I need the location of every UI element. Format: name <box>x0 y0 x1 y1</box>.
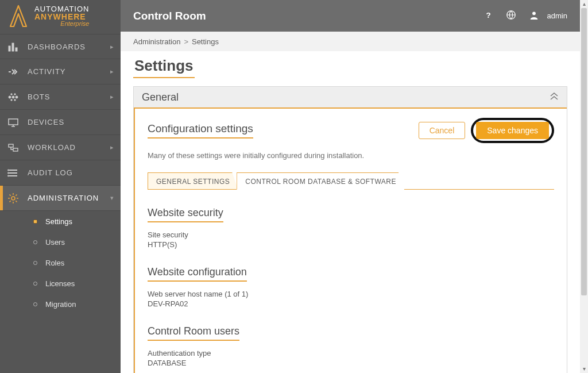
user-icon[interactable] <box>529 10 539 22</box>
svg-point-4 <box>12 96 14 98</box>
sidebar-item-label: BOTS <box>28 93 110 101</box>
svg-point-7 <box>14 93 16 94</box>
breadcrumb-admin[interactable]: Administration <box>133 37 180 46</box>
breadcrumb-separator: > <box>184 37 188 46</box>
sidebar-item-label: ADMINISTRATION <box>28 194 110 202</box>
subnav-licenses[interactable]: Licenses <box>0 273 121 294</box>
svg-point-9 <box>14 99 16 100</box>
topbar: Control Room ? admin <box>121 0 580 32</box>
subnav-label: Roles <box>45 259 64 267</box>
scroll-up-icon[interactable]: ▴ <box>580 0 588 8</box>
devices-icon <box>7 116 20 129</box>
collapse-icon[interactable] <box>550 91 559 103</box>
sidebar-item-bots[interactable]: BOTS ▸ <box>0 84 121 110</box>
chevron-right-icon: ▸ <box>110 43 114 51</box>
config-helper-text: Many of these settings were initially co… <box>148 151 554 160</box>
bots-icon <box>7 91 20 103</box>
subnav-settings[interactable]: Settings <box>0 211 121 232</box>
gear-icon <box>7 192 20 205</box>
svg-rect-0 <box>9 46 10 51</box>
config-title: Configuration settings <box>148 122 253 139</box>
field-value: DATABASE <box>148 359 554 367</box>
subnav-users[interactable]: Users <box>0 232 121 252</box>
sidebar: AUTOMATION ANYWHERE Enterprise DASHBOARD… <box>0 0 121 373</box>
svg-point-15 <box>8 175 9 176</box>
panel-title: General <box>142 91 550 103</box>
tab-general-settings[interactable]: GENERAL SETTINGS <box>148 172 238 189</box>
sidebar-item-label: DASHBOARDS <box>28 43 110 51</box>
help-icon[interactable]: ? <box>483 10 493 22</box>
brand-mark-icon <box>6 3 31 28</box>
admin-subnav: Settings Users Roles Licenses Migration <box>0 211 121 314</box>
sidebar-item-label: AUDIT LOG <box>28 168 114 177</box>
svg-point-16 <box>11 197 15 200</box>
svg-point-8 <box>11 99 12 100</box>
subnav-roles[interactable]: Roles <box>0 252 121 273</box>
bullet-icon <box>33 240 37 244</box>
subnav-migration[interactable]: Migration <box>0 294 121 314</box>
svg-text:?: ? <box>486 10 490 19</box>
dashboard-icon <box>7 40 20 53</box>
svg-point-6 <box>11 93 12 94</box>
topbar-title: Control Room <box>133 10 470 22</box>
website-configuration-section: Website configuration Web server host na… <box>148 266 554 308</box>
config-tabs: GENERAL SETTINGS CONTROL ROOM DATABASE &… <box>148 172 554 190</box>
scroll-down-icon[interactable]: ▾ <box>580 365 588 373</box>
sidebar-item-dashboards[interactable]: DASHBOARDS ▸ <box>0 34 121 59</box>
svg-point-19 <box>532 11 536 15</box>
sidebar-item-devices[interactable]: DEVICES <box>0 110 121 135</box>
sidebar-nav: DASHBOARDS ▸ ACTIVITY ▸ BOTS ▸ DEVICES W… <box>0 34 121 211</box>
cancel-button[interactable]: Cancel <box>419 122 466 139</box>
sidebar-item-workload[interactable]: WORKLOAD ▸ <box>0 135 121 160</box>
breadcrumb: Administration > Settings <box>121 32 580 51</box>
website-security-section: Website security Site security HTTP(S) <box>148 207 554 249</box>
brand-line3: Enterprise <box>34 20 89 27</box>
field-label: Authentication type <box>148 349 554 357</box>
field-label: Web server host name (1 of 1) <box>148 290 554 298</box>
section-title: Website security <box>148 207 223 222</box>
svg-rect-2 <box>16 48 17 51</box>
svg-point-14 <box>8 172 9 174</box>
panel-header[interactable]: General <box>134 87 567 109</box>
general-panel: General Configuration settings Cancel Sa… <box>133 86 567 373</box>
chevron-right-icon: ▸ <box>110 93 114 101</box>
window-scrollbar[interactable]: ▴ ▾ <box>580 0 588 373</box>
sidebar-item-label: WORKLOAD <box>28 143 110 152</box>
bullet-icon <box>33 261 37 265</box>
sidebar-item-label: ACTIVITY <box>28 67 110 76</box>
chevron-down-icon: ▾ <box>110 194 114 202</box>
chevron-right-icon: ▸ <box>110 144 114 151</box>
panel-body: Configuration settings Cancel Save chang… <box>134 109 567 373</box>
field-label: Site security <box>148 230 554 239</box>
scroll-thumb[interactable] <box>581 8 587 295</box>
section-title: Control Room users <box>148 325 239 341</box>
sidebar-item-label: DEVICES <box>28 118 114 126</box>
workload-icon <box>7 141 20 154</box>
sidebar-item-auditlog[interactable]: AUDIT LOG <box>0 160 121 186</box>
save-button-highlight: Save changes <box>471 118 554 143</box>
section-title: Website configuration <box>148 266 247 282</box>
bullet-icon <box>33 282 37 286</box>
control-room-users-section: Control Room users Authentication type D… <box>148 325 554 367</box>
sidebar-item-activity[interactable]: ACTIVITY ▸ <box>0 59 121 84</box>
config-header-row: Configuration settings Cancel Save chang… <box>148 118 554 143</box>
svg-rect-10 <box>9 119 18 125</box>
page-title: Settings <box>133 57 195 78</box>
subnav-label: Users <box>45 238 65 247</box>
activity-icon <box>7 66 20 78</box>
sidebar-item-administration[interactable]: ADMINISTRATION ▾ <box>0 186 121 211</box>
subnav-label: Migration <box>45 300 76 309</box>
save-changes-button[interactable]: Save changes <box>476 122 549 139</box>
topbar-username[interactable]: admin <box>547 11 567 20</box>
brand-logo: AUTOMATION ANYWHERE Enterprise <box>0 0 121 32</box>
tab-db-software[interactable]: CONTROL ROOM DATABASE & SOFTWARE <box>237 172 404 190</box>
svg-point-5 <box>16 96 18 98</box>
globe-icon[interactable] <box>506 10 516 22</box>
subnav-label: Licenses <box>45 279 75 288</box>
content-area: Settings General Configuration settings … <box>121 51 580 373</box>
scroll-track[interactable] <box>580 8 588 365</box>
breadcrumb-settings: Settings <box>192 37 219 46</box>
svg-rect-1 <box>12 43 14 51</box>
svg-rect-11 <box>9 144 13 147</box>
field-value: DEV-RPA02 <box>148 299 554 308</box>
